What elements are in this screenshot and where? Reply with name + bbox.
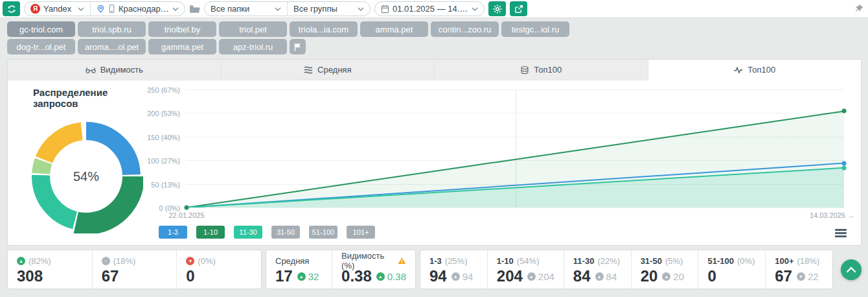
search-engine-select[interactable]: Я Yandex (25, 2, 90, 16)
data-point (842, 109, 847, 113)
project-chip[interactable]: testgc...iol.ru (501, 21, 569, 37)
ranges-group: 1-3(25%) 94 ▲94 1-10(54%) 204 ▲204 11-30… (420, 250, 833, 289)
tab-label: Средняя (317, 65, 351, 75)
line-chart-svg (187, 89, 844, 208)
stat-label: 100+ (775, 256, 794, 266)
stat-pct: (22%) (597, 256, 620, 266)
stat-card-range: 1-10(54%) 204 ▲204 (488, 250, 564, 289)
stat-card-range: 31-50(5%) 20 ▲20 (632, 250, 699, 289)
project-chip[interactable]: amma.pet (360, 21, 428, 37)
data-point (842, 165, 847, 170)
x-axis-end-label: 14.03.2025 (810, 211, 845, 219)
legend-toggle-11-30[interactable]: 11-30 (234, 226, 262, 239)
legend-toggle-1-3[interactable]: 1-3 (159, 226, 187, 239)
region-select[interactable]: Краснодар (См... (91, 2, 185, 16)
project-chip[interactable]: gc-triol.com (7, 21, 75, 37)
metrics-group: Средняя 17 ▲32 Видимость (%) 0.38 ▲0.38 (266, 250, 416, 289)
stat-card-dropped: ▼(0%) 0 (177, 250, 261, 289)
stat-value: 0 (186, 268, 194, 285)
next-period-arrow-icon[interactable]: → (847, 211, 854, 219)
stat-value: 84 (573, 268, 591, 285)
refresh-button[interactable] (3, 1, 20, 16)
stat-value: 0.38 (341, 268, 372, 285)
flag-icon (294, 43, 301, 51)
project-chip[interactable]: gamma.pet (148, 39, 216, 54)
tab-average[interactable]: Средняя (222, 60, 435, 80)
flag-chip[interactable] (290, 39, 306, 54)
delta-up-icon: ▲ (527, 272, 536, 281)
project-chip[interactable]: triol.pet (219, 21, 287, 37)
legend-toggle-101plus[interactable]: 101+ (347, 226, 375, 239)
folders-value: Все папки (211, 4, 271, 14)
stat-value: 204 (497, 268, 523, 285)
gear-icon (493, 5, 502, 14)
delta-up-icon: ▲ (451, 272, 460, 281)
share-export-button[interactable] (510, 1, 527, 16)
stat-delta: 22 (808, 271, 819, 282)
stat-value: 0 (707, 268, 716, 285)
delta-down-icon: ▼ (797, 272, 805, 281)
stat-delta: 84 (606, 271, 617, 282)
date-range-select[interactable]: 01.01.2025 — 14.03.2025 (375, 2, 484, 16)
date-range-value: 01.01.2025 — 14.03.2025 (393, 4, 468, 14)
down-circle-icon: ▼ (186, 257, 194, 265)
engine-region-pill: Я Yandex Краснодар (См... (24, 1, 185, 16)
project-chip[interactable]: triolbel.by (148, 21, 216, 37)
stat-pct: (0%) (198, 256, 215, 266)
project-chip[interactable]: apz-triol.ru (219, 39, 287, 54)
project-chip[interactable]: contin...zoo.ru (431, 21, 499, 37)
tab-top100-dynamics[interactable]: Топ100 (648, 60, 862, 80)
stat-value: 308 (17, 268, 43, 285)
toolbar: Я Yandex Краснодар (См... Все папки Все … (0, 0, 868, 18)
folders-select[interactable]: Все папки (205, 2, 287, 16)
settings-button[interactable] (488, 1, 506, 16)
stats-row: ▲(82%) 308 −(18%) 67 ▼(0%) 0 Средняя 17 … (7, 250, 862, 289)
chip-row-2: dog-tr...ol.pet aroma....ol.pet gamma.pe… (7, 39, 861, 54)
legend-toggle-51-100[interactable]: 51-100 (309, 226, 337, 239)
x-axis-start-label: 22.01.2025 (168, 211, 204, 219)
stat-value: 20 (641, 268, 658, 285)
project-chip[interactable]: aroma....ol.pet (78, 39, 146, 54)
stat-card-unchanged: −(18%) 67 (93, 250, 177, 289)
pushpin-icon[interactable] (854, 4, 864, 14)
project-chip[interactable]: triola...ia.com (290, 21, 358, 37)
line-chart-plot: 250 (67%) 200 (53%) 150 (40%) 100 (27%) … (187, 89, 844, 208)
stat-pct: (18%) (797, 256, 820, 266)
delta-up-icon: ▲ (297, 272, 306, 281)
project-chip[interactable]: dog-tr...ol.pet (7, 39, 75, 54)
list-lines-icon (304, 66, 313, 74)
distribution-section: Распределение запросов 54% (8, 80, 150, 245)
mobile-device-icon (108, 4, 115, 14)
stat-label: 31-50 (641, 256, 662, 266)
stat-label: 1-10 (497, 256, 514, 266)
summary-group: ▲(82%) 308 −(18%) 67 ▼(0%) 0 (7, 250, 262, 289)
stat-label: 11-30 (573, 256, 595, 266)
gridline: 0 (0%) (187, 208, 844, 208)
project-chip[interactable]: triol.spb.ru (78, 21, 146, 37)
chart-menu-button[interactable] (835, 229, 847, 237)
stat-value: 67 (102, 268, 119, 285)
up-circle-icon: ▲ (17, 257, 25, 265)
groups-value: Все группы (293, 4, 354, 14)
stat-card-range: 51-100(0%) 0 (698, 250, 766, 289)
stat-pct: (25%) (445, 256, 468, 266)
stat-card-range: 1-3(25%) 94 ▲94 (420, 250, 488, 289)
legend-toggle-1-10[interactable]: 1-10 (196, 226, 225, 239)
tab-label: Видимость (100, 65, 143, 75)
chevron-down-icon (358, 7, 364, 11)
x-axis-labels: 22.01.2025 14.03.2025 → (187, 211, 844, 220)
region-value: Краснодар (См... (119, 4, 169, 14)
glasses-icon (86, 66, 96, 74)
distribution-title: Распределение запросов (33, 87, 150, 109)
stat-card-visibility: Видимость (%) 0.38 ▲0.38 (332, 250, 415, 289)
minus-circle-icon: − (102, 257, 110, 265)
legend-toggle-31-50[interactable]: 31-50 (271, 226, 300, 239)
groups-select[interactable]: Все группы (288, 2, 370, 16)
warning-icon[interactable] (398, 257, 406, 265)
scroll-top-button[interactable] (841, 259, 862, 280)
tab-top100-summary[interactable]: Топ100 (435, 60, 648, 80)
folder-icon (189, 5, 200, 14)
tab-visibility[interactable]: Видимость (8, 60, 222, 80)
stat-value: 67 (775, 268, 792, 285)
delta-up-icon: ▲ (595, 272, 604, 281)
